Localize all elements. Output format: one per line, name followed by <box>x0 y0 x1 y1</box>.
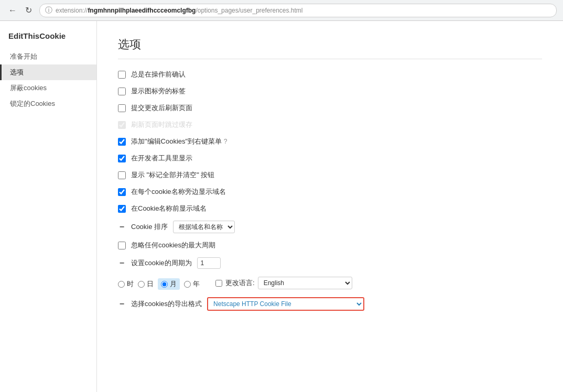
checkbox-domain-beside[interactable] <box>118 188 126 196</box>
radio-year[interactable] <box>184 281 191 288</box>
option-row-domain-before: 在Cookie名称前显示域名 <box>118 204 542 213</box>
minus-icon-export: − <box>118 299 126 309</box>
time-lang-row: 时 日 月 年 更 <box>118 276 542 290</box>
label-domain-beside: 在每个cookie名称旁边显示域名 <box>131 187 226 197</box>
sidebar: EditThisCookie 准备开始 选项 屏蔽cookies 锁定的Cook… <box>0 21 97 392</box>
label-ignore-max: 忽略任何cookies的最大周期 <box>131 241 215 250</box>
option-row-mark-all: 显示 "标记全部并清空" 按钮 <box>118 170 542 180</box>
radio-month[interactable] <box>161 281 168 288</box>
sort-row: − Cookie 排序 根据域名和名称 根据名称 根据域名 <box>118 221 542 233</box>
sort-select[interactable]: 根据域名和名称 根据名称 根据域名 <box>173 221 235 233</box>
minus-icon-period: − <box>118 258 126 268</box>
option-row-domain-beside: 在每个cookie名称旁边显示域名 <box>118 187 542 197</box>
radio-hour[interactable] <box>118 281 125 288</box>
label-sort: Cookie 排序 <box>131 222 168 232</box>
checkbox-domain-before[interactable] <box>118 205 126 213</box>
option-row-refresh-after: 提交更改后刷新页面 <box>118 103 542 113</box>
label-change-lang: 更改语言: <box>225 278 255 288</box>
export-row: − 选择cookies的导出格式 Netscape HTTP Cookie Fi… <box>118 297 542 311</box>
period-row: − 设置cookie的周期为 <box>118 257 542 269</box>
lang-select[interactable]: English 中文 日本語 Español Français Deutsch … <box>258 277 352 289</box>
label-month: 月 <box>170 279 177 289</box>
label-confirm: 总是在操作前确认 <box>131 70 186 79</box>
checkbox-add-context[interactable] <box>118 138 126 146</box>
label-dev-tools: 在开发者工具里显示 <box>131 154 192 163</box>
label-icon-labels: 显示图标旁的标签 <box>131 86 186 96</box>
export-select[interactable]: Netscape HTTP Cookie File JSON CSV <box>207 297 364 311</box>
checkbox-skip-cache <box>118 121 126 129</box>
address-text: extension://fngmhnnpilhplaeedifhccceomcl… <box>56 7 303 14</box>
label-add-context: 添加"编辑Cookies"到右键菜单 ? <box>131 137 228 146</box>
page-title: 选项 <box>118 37 542 59</box>
radio-day[interactable] <box>138 281 145 288</box>
option-row-add-context: 添加"编辑Cookies"到右键菜单 ? <box>118 137 542 146</box>
checkbox-dev-tools[interactable] <box>118 155 126 162</box>
time-option-hour: 时 <box>118 279 134 289</box>
label-year: 年 <box>193 279 200 289</box>
browser-chrome: ← ↻ ⓘ extension://fngmhnnpilhplaeedifhcc… <box>0 0 563 21</box>
time-option-year: 年 <box>184 279 200 289</box>
time-units-row: 时 日 月 年 <box>118 278 200 290</box>
label-period: 设置cookie的周期为 <box>131 258 192 268</box>
address-path: /options_pages/user_preferences.html <box>196 7 302 14</box>
checkbox-refresh-after[interactable] <box>118 104 126 112</box>
back-button[interactable]: ← <box>6 5 19 16</box>
label-export: 选择cookies的导出格式 <box>131 299 202 309</box>
info-icon: ⓘ <box>45 6 52 15</box>
checkbox-lang[interactable] <box>215 280 222 287</box>
option-row-confirm: 总是在操作前确认 <box>118 70 542 79</box>
content-area: 选项 总是在操作前确认 显示图标旁的标签 提交更改后刷新页面 刷新页面时跳过缓存 <box>97 21 563 392</box>
label-skip-cache: 刷新页面时跳过缓存 <box>131 120 192 129</box>
main-layout: EditThisCookie 准备开始 选项 屏蔽cookies 锁定的Cook… <box>0 21 563 392</box>
label-domain-before: 在Cookie名称前显示域名 <box>131 204 207 213</box>
checkbox-confirm[interactable] <box>118 71 126 79</box>
lang-row: 更改语言: English 中文 日本語 Español Français De… <box>215 277 352 289</box>
sidebar-item-block-cookies[interactable]: 屏蔽cookies <box>0 80 96 96</box>
option-row-ignore-max: 忽略任何cookies的最大周期 <box>118 241 542 250</box>
option-row-skip-cache: 刷新页面时跳过缓存 <box>118 120 542 129</box>
address-bar[interactable]: ⓘ extension://fngmhnnpilhplaeedifhccceom… <box>39 4 557 17</box>
checkbox-icon-labels[interactable] <box>118 88 126 95</box>
label-refresh-after: 提交更改后刷新页面 <box>131 103 192 113</box>
time-option-month: 月 <box>158 278 180 290</box>
time-option-day: 日 <box>138 279 154 289</box>
sidebar-item-options[interactable]: 选项 <box>0 64 96 80</box>
checkbox-ignore-max[interactable] <box>118 242 126 249</box>
app-name: EditThisCookie <box>0 31 96 49</box>
address-host: fngmhnnpilhplaeedifhccceomclgfbg <box>88 7 196 14</box>
nav-buttons: ← ↻ <box>6 4 34 16</box>
period-input[interactable] <box>197 257 221 269</box>
minus-icon-sort: − <box>118 222 126 232</box>
label-mark-all: 显示 "标记全部并清空" 按钮 <box>131 170 214 180</box>
checkbox-mark-all[interactable] <box>118 171 126 179</box>
sidebar-item-get-started[interactable]: 准备开始 <box>0 49 96 64</box>
label-hour: 时 <box>127 279 134 289</box>
option-row-dev-tools: 在开发者工具里显示 <box>118 154 542 163</box>
address-prefix: extension:// <box>56 7 88 14</box>
refresh-button[interactable]: ↻ <box>23 4 34 16</box>
sidebar-item-locked-cookies[interactable]: 锁定的Cookies <box>0 96 96 112</box>
help-link-context[interactable]: ? <box>224 138 228 145</box>
options-list: 总是在操作前确认 显示图标旁的标签 提交更改后刷新页面 刷新页面时跳过缓存 <box>118 70 542 311</box>
label-day: 日 <box>147 279 154 289</box>
sidebar-nav: 准备开始 选项 屏蔽cookies 锁定的Cookies <box>0 49 96 112</box>
option-row-icon-labels: 显示图标旁的标签 <box>118 86 542 96</box>
